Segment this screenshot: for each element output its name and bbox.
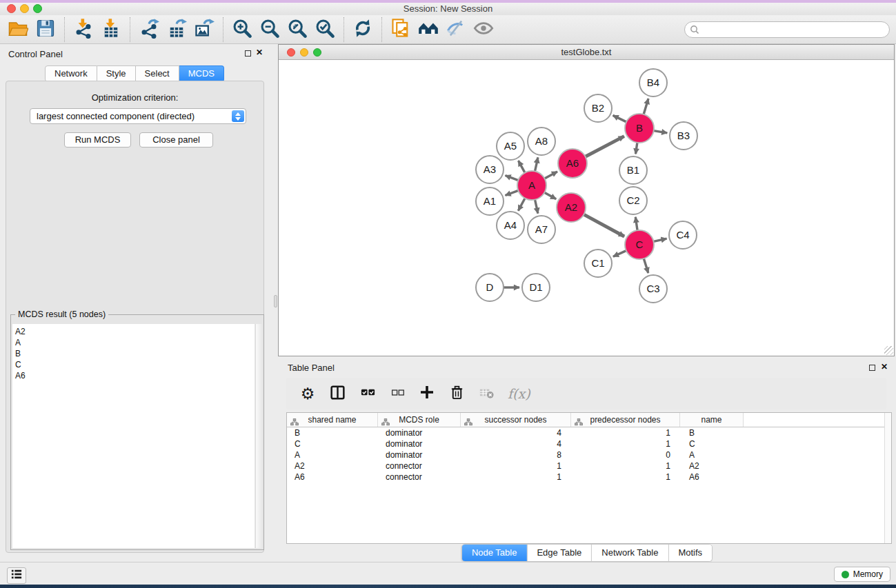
graph-edge-A2-C[interactable]: [584, 214, 624, 236]
table-cell[interactable]: 8: [461, 449, 571, 460]
network-canvas[interactable]: B4B2BB3A8A5A6A3B1AC2A1A2A4A7C4CC1C3DD1: [279, 60, 894, 356]
first-neighbors-button[interactable]: [415, 17, 442, 43]
graph-node-C2[interactable]: C2: [619, 187, 647, 214]
tab-style[interactable]: Style: [97, 65, 136, 82]
graph-node-C[interactable]: C: [625, 230, 654, 259]
column-header-successor-nodes[interactable]: successor nodes: [461, 413, 571, 427]
search-input[interactable]: [684, 21, 890, 38]
tab-network[interactable]: Network: [45, 65, 97, 82]
graph-edge-C-C2[interactable]: [635, 217, 637, 230]
table-scrollbar[interactable]: [884, 413, 891, 543]
table-cell[interactable]: 1: [461, 472, 571, 483]
table-row[interactable]: A2connector11A2: [287, 460, 891, 472]
deselect-all-columns-button[interactable]: [389, 383, 406, 404]
mcds-result-list[interactable]: A2ABCA6: [12, 324, 255, 548]
float-panel-icon[interactable]: [245, 50, 251, 57]
table-close-icon[interactable]: ✕: [881, 362, 888, 372]
table-cell[interactable]: 4: [461, 438, 571, 449]
column-layout-button[interactable]: [329, 383, 346, 404]
graph-edge-B-B4[interactable]: [644, 99, 648, 114]
graph-edge-A-A2[interactable]: [544, 192, 556, 199]
table-row[interactable]: Adominator80A: [287, 449, 891, 460]
graph-node-A3[interactable]: A3: [476, 156, 504, 183]
zoom-selected-button[interactable]: [311, 17, 339, 43]
table-cell[interactable]: C: [287, 438, 378, 449]
table-cell[interactable]: A6: [680, 472, 744, 483]
table-cell[interactable]: 1: [571, 427, 680, 438]
graph-node-A6[interactable]: A6: [558, 149, 587, 178]
graph-edge-B-B2[interactable]: [613, 115, 627, 122]
table-cell[interactable]: B: [287, 427, 378, 438]
table-cell[interactable]: A6: [287, 472, 378, 483]
import-table-button[interactable]: [97, 17, 125, 43]
column-header-predecessor-nodes[interactable]: predecessor nodes: [571, 413, 680, 427]
tab-select[interactable]: Select: [136, 65, 179, 82]
graph-node-A2[interactable]: A2: [557, 193, 586, 222]
table-row[interactable]: A6connector11A6: [287, 472, 891, 483]
table-cell[interactable]: 1: [571, 438, 680, 449]
graph-edge-A-A7[interactable]: [535, 200, 538, 214]
graph-node-A7[interactable]: A7: [528, 216, 555, 243]
mcds-list-scrollbar[interactable]: [255, 324, 262, 548]
column-header-name[interactable]: name: [680, 413, 744, 427]
open-file-button[interactable]: [4, 17, 32, 43]
network-window-titlebar[interactable]: testGlobe.txt: [279, 45, 894, 60]
graph-node-B4[interactable]: B4: [639, 69, 667, 97]
column-header-shared-name[interactable]: shared name: [287, 413, 378, 427]
panel-splitter-handle[interactable]: [274, 295, 277, 307]
graph-node-D1[interactable]: D1: [522, 274, 550, 301]
table-cell[interactable]: B: [680, 427, 744, 438]
graph-node-B1[interactable]: B1: [619, 156, 647, 184]
graph-node-B[interactable]: B: [625, 114, 654, 143]
graph-node-B3[interactable]: B3: [670, 122, 697, 150]
table-cell[interactable]: 1: [571, 472, 680, 483]
import-network-button[interactable]: [70, 17, 97, 43]
close-panel-icon[interactable]: ✕: [256, 48, 263, 57]
memory-button[interactable]: Memory: [834, 567, 890, 582]
table-cell[interactable]: A: [287, 449, 378, 460]
select-all-columns-button[interactable]: [359, 383, 376, 404]
table-row[interactable]: Cdominator41C: [287, 438, 891, 449]
network-from-selection-button[interactable]: [387, 17, 415, 43]
tab-network-table[interactable]: Network Table: [592, 545, 668, 561]
mcds-result-item[interactable]: A: [15, 337, 255, 348]
tab-motifs[interactable]: Motifs: [668, 545, 712, 561]
graph-edge-C-C4[interactable]: [654, 239, 667, 241]
zoom-fit-button[interactable]: [283, 17, 311, 43]
run-mcds-button[interactable]: Run MCDS: [64, 132, 131, 148]
graph-edge-A-A1[interactable]: [506, 190, 519, 195]
mcds-result-item[interactable]: A2: [15, 326, 255, 337]
export-table-button[interactable]: [163, 17, 190, 43]
graph-edge-B-B1[interactable]: [636, 143, 637, 154]
graph-node-A[interactable]: A: [517, 171, 546, 200]
save-session-button[interactable]: [32, 17, 59, 43]
mcds-result-item[interactable]: C: [15, 359, 255, 370]
zoom-in-button[interactable]: [228, 17, 256, 43]
table-cell[interactable]: dominator: [378, 438, 461, 449]
graph-edge-C-C3[interactable]: [644, 258, 648, 273]
add-row-button[interactable]: [419, 383, 435, 404]
table-cell[interactable]: A: [680, 449, 744, 460]
tab-edge-table[interactable]: Edge Table: [527, 545, 592, 561]
table-float-icon[interactable]: [869, 365, 875, 371]
export-image-button[interactable]: [190, 17, 218, 43]
graph-edge-A-A4[interactable]: [518, 199, 525, 211]
resize-handle-icon[interactable]: [884, 346, 893, 355]
mcds-result-item[interactable]: A6: [15, 370, 255, 381]
table-cell[interactable]: A2: [287, 460, 378, 472]
refresh-button[interactable]: [349, 17, 377, 43]
table-cell[interactable]: A2: [680, 460, 744, 472]
graph-node-D[interactable]: D: [476, 274, 504, 301]
tab-mcds[interactable]: MCDS: [179, 65, 224, 82]
graph-edge-A-A6[interactable]: [545, 172, 558, 179]
graph-node-C3[interactable]: C3: [639, 275, 667, 303]
graph-node-C4[interactable]: C4: [669, 221, 697, 249]
hide-selected-button[interactable]: [442, 17, 470, 43]
table-cell[interactable]: dominator: [378, 427, 461, 438]
tab-node-table[interactable]: Node Table: [462, 545, 528, 561]
table-cell[interactable]: connector: [378, 460, 461, 472]
graph-edge-A-A3[interactable]: [506, 176, 519, 181]
table-cell[interactable]: 1: [571, 460, 680, 472]
zoom-out-button[interactable]: [256, 17, 283, 43]
graph-node-A4[interactable]: A4: [497, 212, 524, 239]
